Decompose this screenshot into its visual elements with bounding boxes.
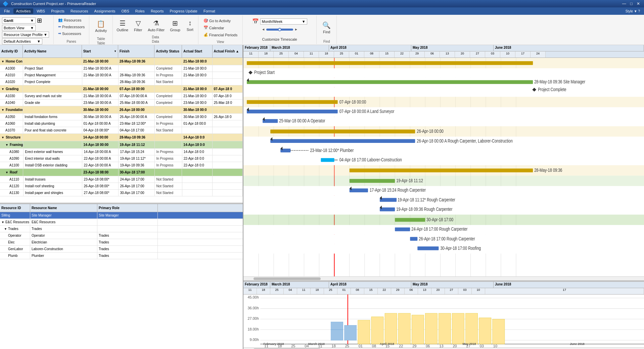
expand-roof[interactable]: ▼ <box>5 171 8 174</box>
find-btn[interactable]: 🔍 Find <box>320 18 333 37</box>
gantt-hscrollbar[interactable] <box>243 276 644 280</box>
expand-framing[interactable]: ▼ <box>5 143 8 147</box>
row-a1000[interactable]: A1000 Project Start 21-Mar-18 00:00 A Co… <box>0 65 243 72</box>
res-row-plumb[interactable]: Plumb Plumber Trades <box>0 253 243 259</box>
close-btn[interactable]: ✕ <box>635 1 641 6</box>
svg-text:26-Apr-18 00:00 A  Rough Carpe: 26-Apr-18 00:00 A Rough Carpenter, Labor… <box>417 138 513 144</box>
activity-icon: 📋 <box>97 20 105 28</box>
timescale-right-arrow[interactable]: ▶ <box>294 27 298 32</box>
cell-name-a1030: Survey and mark out site <box>23 93 82 99</box>
menu-assignments[interactable]: Assignments <box>92 8 118 14</box>
predecessors-pane-btn[interactable]: ⬅ Predecessors <box>56 24 87 30</box>
row-a1070[interactable]: A1070 Pour and float slab concrete 04-Ap… <box>0 127 243 134</box>
group-row-foundation[interactable]: ▼Foundation 30-Mar-18 00:00 26-Apr-18 00… <box>0 106 243 114</box>
cell-finish-a1080: 17-Apr-18 15:24 <box>119 149 155 155</box>
expand-foundation[interactable]: ▼ <box>1 108 4 112</box>
res-row-genlabor[interactable]: GenLabor Laborer-Construction Trades <box>0 246 243 253</box>
cw-4: 04 <box>284 288 297 294</box>
cell-start-a1030: 21-Mar-18 00:00 A <box>82 93 119 99</box>
bottom-view-combo[interactable]: Bottom View▼ <box>2 25 36 31</box>
menu-obs[interactable]: OBS <box>119 8 132 14</box>
financial-periods-btn[interactable]: 💰 Financial Periods <box>201 32 240 38</box>
outline-btn[interactable]: ☰ Outline <box>114 16 131 35</box>
layout-icon[interactable]: ⊞ <box>37 17 42 24</box>
filter-btn[interactable]: ▽ Filter <box>131 16 145 35</box>
week-3: 25 <box>274 51 289 58</box>
gantt-hscrollbar-thumb[interactable] <box>254 277 321 280</box>
ribbon: Gantt▼ ⊞ Bottom View▼ Resource Usage Pro… <box>0 15 644 45</box>
expand-enc[interactable]: ▼ <box>1 221 4 224</box>
cell-finish-a1040: 25-Mar-18 00:00 A <box>119 100 155 106</box>
res-cell-id-operator: Operator <box>0 232 30 239</box>
group-row-framing[interactable]: ▼Framing 14-Apr-18 00:00 19-Apr-18 11:12… <box>0 141 243 149</box>
row-a1040[interactable]: A1040 Grade site 23-Mar-18 00:00 A 25-Ma… <box>0 100 243 106</box>
row-a1020[interactable]: A1020 Project Complete 28-May-18 09:36 N… <box>0 79 243 85</box>
group-id-grading: ▼Grading <box>0 85 23 92</box>
group-row-structure[interactable]: ▼Structure 14-Apr-18 00:00 28-May-18 09:… <box>0 134 243 141</box>
default-activities-combo[interactable]: Default Activities▼ <box>2 38 42 44</box>
menu-file[interactable]: File <box>1 8 13 14</box>
group-row-grading[interactable]: ▼Grading 21-Mar-18 00:00 07-Apr-18 00:00… <box>0 85 243 93</box>
menu-progress-update[interactable]: Progress Update <box>167 8 200 14</box>
res-row-smng[interactable]: SMng Site Manager Site Manager <box>0 212 243 219</box>
row-a1120[interactable]: A1120 Install roof sheeting 26-Apr-18 08… <box>0 183 243 190</box>
maximize-btn[interactable]: □ <box>629 1 634 6</box>
row-a1050[interactable]: A1050 Install fondation forms 30-Mar-18 … <box>0 114 243 120</box>
res-row-trades[interactable]: ▼Trades Trades <box>0 226 243 232</box>
go-to-activity-btn[interactable]: 🎯 Go to Activity <box>201 17 240 24</box>
svg-rect-59 <box>321 158 334 162</box>
svg-text:26-Apr-18 17:00  Rough Carpent: 26-Apr-18 17:00 Rough Carpenter <box>419 236 475 241</box>
resource-usage-combo[interactable]: Resource Usage Profile▼ <box>2 32 49 38</box>
activity-btn[interactable]: 📋 Activity <box>93 16 109 36</box>
row-a1090[interactable]: A1090 Erect interior stud walls 22-Apr-1… <box>0 155 243 162</box>
title-bar-controls[interactable]: — □ ✕ <box>621 1 641 6</box>
col-header-finish: Finish <box>118 45 154 57</box>
res-row-elec[interactable]: Elec Electrician Trades <box>0 239 243 246</box>
auto-filter-btn[interactable]: ⚗ Auto Filter <box>145 16 167 35</box>
group-row-home-construction[interactable]: ▼Home Construction 21-Mar-18 00:00 28-Ma… <box>0 58 243 65</box>
svg-text:25-Mar-18 00:00 A  Operator: 25-Mar-18 00:00 A Operator <box>279 118 325 123</box>
chart-hscrollbar[interactable] <box>243 347 644 349</box>
cell-start-a1000: 21-Mar-18 00:00 A <box>82 65 119 72</box>
menu-format[interactable]: Format <box>201 8 218 14</box>
row-a1060[interactable]: A1060 Install slab plumbing 01-Apr-18 00… <box>0 120 243 127</box>
row-a1100[interactable]: A1100 Install OSB exterior cladding 22-A… <box>0 162 243 169</box>
row-a1130[interactable]: A1130 Install paper and shingles 27-Apr-… <box>0 190 243 196</box>
res-row-operator[interactable]: Operator Operator Trades <box>0 232 243 239</box>
successors-pane-btn[interactable]: ➡ Successors <box>56 30 87 37</box>
timescale-left-arrow[interactable]: ◀ <box>262 27 265 32</box>
menu-wbs[interactable]: WBS <box>34 8 48 14</box>
res-row-enc[interactable]: ▼E&C Resources E&C Resources <box>0 219 243 226</box>
cell-astart-a1020 <box>182 79 212 85</box>
menu-roles[interactable]: Roles <box>133 8 147 14</box>
week-15: 20 <box>455 51 470 58</box>
group-row-roof[interactable]: ▼Roof 23-Apr-18 08:00 30-Apr-18 17:00 <box>0 169 243 176</box>
menu-resources[interactable]: Resources <box>68 8 91 14</box>
cell-status-a1020: Not Started <box>155 79 182 85</box>
minimize-btn[interactable]: — <box>621 1 628 6</box>
sort-btn[interactable]: ↕ Sort <box>183 16 197 35</box>
menu-activities[interactable]: Activities <box>13 8 33 14</box>
timescale-slider[interactable] <box>266 29 293 31</box>
svg-rect-103 <box>344 325 357 340</box>
customize-timescale-btn[interactable]: Customize Timescale <box>260 34 300 44</box>
group-btn[interactable]: ⊞ Group <box>168 16 183 35</box>
row-a1110[interactable]: A1110 Install trusses 23-Apr-18 08:00* 2… <box>0 176 243 183</box>
expand-home[interactable]: ▼ <box>1 60 4 63</box>
calendar-btn[interactable]: 📅 Calendar <box>201 25 240 31</box>
expand-trades[interactable]: ▼ <box>4 227 7 231</box>
group-status-foundation <box>154 106 182 113</box>
col-header-start[interactable]: Start <box>82 45 118 57</box>
gantt-combo[interactable]: Gantt▼ <box>2 17 36 24</box>
slider-thumb[interactable] <box>278 28 281 31</box>
expand-structure[interactable]: ▼ <box>1 136 4 139</box>
row-a1080[interactable]: A1080 Erect exterior wall frames 14-Apr-… <box>0 149 243 155</box>
resources-pane-btn[interactable]: 👥 Resources <box>56 17 87 23</box>
expand-grading[interactable]: ▼ <box>1 87 4 91</box>
row-a1030[interactable]: A1030 Survey and mark out site 21-Mar-18… <box>0 93 243 100</box>
timescale-combo[interactable]: Month/Week ▼ <box>260 18 307 25</box>
menu-reports[interactable]: Reports <box>148 8 167 14</box>
row-a1010[interactable]: A1010 Project Management 21-Mar-18 00:00… <box>0 72 243 79</box>
menu-projects[interactable]: Projects <box>48 8 67 14</box>
cell-id-a1050: A1050 <box>0 114 23 120</box>
